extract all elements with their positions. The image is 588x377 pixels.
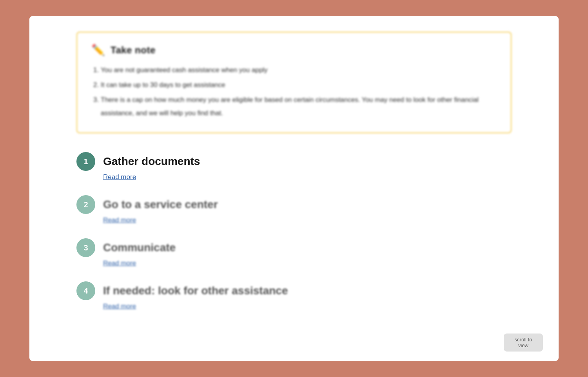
take-note-list: You are not guaranteed cash assistance w… xyxy=(91,63,497,120)
step-item-4: 4 If needed: look for other assistance R… xyxy=(76,281,535,310)
step-read-more-3[interactable]: Read more xyxy=(103,259,535,267)
step-title-1: Gather documents xyxy=(103,155,200,168)
take-note-title: Take note xyxy=(111,45,156,56)
note-icon: ✏️ xyxy=(91,44,105,56)
step-item-3: 3 Communicate Read more xyxy=(76,238,535,267)
take-note-item-1: You are not guaranteed cash assistance w… xyxy=(101,63,497,77)
step-circle-2: 2 xyxy=(76,195,95,214)
take-note-header: ✏️ Take note xyxy=(91,44,497,56)
take-note-item-3: There is a cap on how much money you are… xyxy=(101,93,497,120)
step-read-more-2[interactable]: Read more xyxy=(103,216,535,224)
step-circle-1: 1 xyxy=(76,152,95,171)
steps-section: 1 Gather documents Read more 2 Go to a s… xyxy=(76,152,535,310)
step-row-1: 1 Gather documents xyxy=(76,152,535,171)
take-note-item-2: It can take up to 30 days to get assista… xyxy=(101,78,497,92)
corner-hint: scroll to view xyxy=(504,334,543,352)
step-read-more-1[interactable]: Read more xyxy=(103,173,535,181)
step-read-more-4[interactable]: Read more xyxy=(103,303,535,310)
step-title-4: If needed: look for other assistance xyxy=(103,285,288,297)
take-note-box: ✏️ Take note You are not guaranteed cash… xyxy=(76,32,512,133)
step-circle-3: 3 xyxy=(76,238,95,257)
page-frame: ✏️ Take note You are not guaranteed cash… xyxy=(29,16,559,361)
step-circle-4: 4 xyxy=(76,281,95,300)
step-item-2: 2 Go to a service center Read more xyxy=(76,195,535,224)
step-title-3: Communicate xyxy=(103,241,176,254)
step-row-3: 3 Communicate xyxy=(76,238,535,257)
step-row-4: 4 If needed: look for other assistance xyxy=(76,281,535,300)
step-row-2: 2 Go to a service center xyxy=(76,195,535,214)
step-item-1: 1 Gather documents Read more xyxy=(76,152,535,181)
step-title-2: Go to a service center xyxy=(103,198,218,211)
